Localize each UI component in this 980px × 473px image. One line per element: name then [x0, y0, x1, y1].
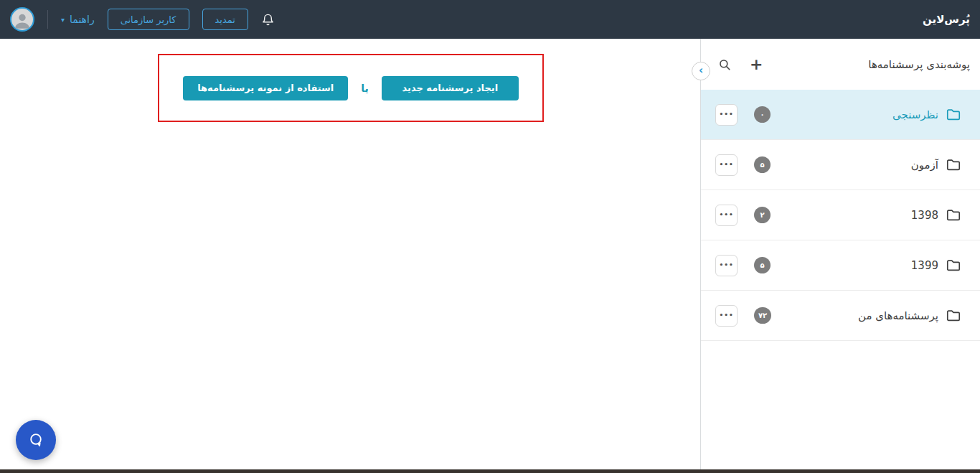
folder-menu-button[interactable]: •••: [715, 205, 738, 226]
chevron-right-icon: ›: [699, 65, 703, 76]
bell-icon: [261, 13, 275, 27]
top-bar: پُرس‌لاین تمدید کاربر سازمانی راهنما ▾: [0, 0, 980, 39]
folder-count-badge: ۷۲: [754, 307, 771, 324]
folder-row[interactable]: آزمون ۵ •••: [701, 140, 980, 190]
highlight-annotation-box: ایجاد پرسشنامه جدید یا استفاده از نمونه …: [158, 54, 544, 122]
bottom-edge-strip: [0, 469, 980, 473]
app-logo: پُرس‌لاین: [923, 13, 970, 26]
folder-label: آزمون: [911, 159, 938, 172]
folder-row[interactable]: نظرسنجی ۰ •••: [701, 90, 980, 140]
topbar-divider: [47, 10, 48, 29]
add-folder-button[interactable]: +: [750, 57, 763, 72]
help-label: راهنما: [70, 14, 95, 25]
folder-list: نظرسنجی ۰ ••• آزمون ۵ ••• 1398 ۲ ••• 139…: [701, 90, 980, 341]
notifications-button[interactable]: [261, 13, 275, 27]
use-templates-button[interactable]: استفاده از نمونه پرسشنامه‌ها: [183, 76, 348, 100]
or-label: یا: [361, 83, 369, 94]
folder-menu-button[interactable]: •••: [715, 255, 738, 276]
search-icon: [718, 58, 731, 71]
folder-icon: [946, 157, 961, 173]
folder-count-badge: ۵: [754, 257, 771, 273]
folder-menu-button[interactable]: •••: [715, 154, 738, 176]
folder-count-badge: ۰: [754, 106, 771, 123]
plus-icon: +: [750, 57, 763, 72]
help-dropdown[interactable]: راهنما ▾: [61, 14, 95, 25]
org-user-button[interactable]: کاربر سازمانی: [108, 9, 189, 30]
folder-icon: [946, 258, 961, 273]
folder-menu-button[interactable]: •••: [715, 104, 738, 126]
folder-label: 1399: [911, 259, 938, 272]
chat-support-button[interactable]: [16, 420, 56, 460]
folder-label: نظرسنجی: [892, 108, 938, 121]
create-survey-button[interactable]: ایجاد پرسشنامه جدید: [382, 76, 519, 100]
sidebar-title: پوشه‌بندی پرسشنامه‌ها: [868, 58, 970, 71]
folder-icon: [946, 308, 961, 324]
folder-row[interactable]: 1398 ۲ •••: [701, 190, 980, 240]
user-avatar[interactable]: [10, 7, 34, 32]
caret-down-icon: ▾: [61, 16, 65, 24]
folder-count-badge: ۵: [754, 156, 771, 173]
folder-menu-button[interactable]: •••: [715, 305, 738, 327]
folder-count-badge: ۲: [754, 207, 771, 223]
folder-row[interactable]: پرسشنامه‌های من ۷۲ •••: [701, 291, 980, 341]
main-area: ایجاد پرسشنامه جدید یا استفاده از نمونه …: [0, 39, 699, 469]
topbar-actions: تمدید کاربر سازمانی راهنما ▾: [10, 7, 275, 32]
renew-button[interactable]: تمدید: [202, 9, 248, 30]
person-icon: [12, 10, 32, 30]
search-folders-button[interactable]: [718, 58, 731, 71]
folders-sidebar: › پوشه‌بندی پرسشنامه‌ها + نظ: [700, 39, 980, 469]
folder-row[interactable]: 1399 ۵ •••: [701, 240, 980, 291]
sidebar-header: پوشه‌بندی پرسشنامه‌ها +: [701, 39, 980, 90]
folder-label: 1398: [911, 209, 938, 222]
folder-icon: [946, 107, 961, 123]
folder-icon: [946, 207, 961, 223]
folder-label: پرسشنامه‌های من: [858, 309, 938, 322]
page-content: ایجاد پرسشنامه جدید یا استفاده از نمونه …: [0, 39, 980, 469]
chat-bubble-icon: [27, 431, 45, 449]
sidebar-collapse-button[interactable]: ›: [692, 62, 710, 80]
